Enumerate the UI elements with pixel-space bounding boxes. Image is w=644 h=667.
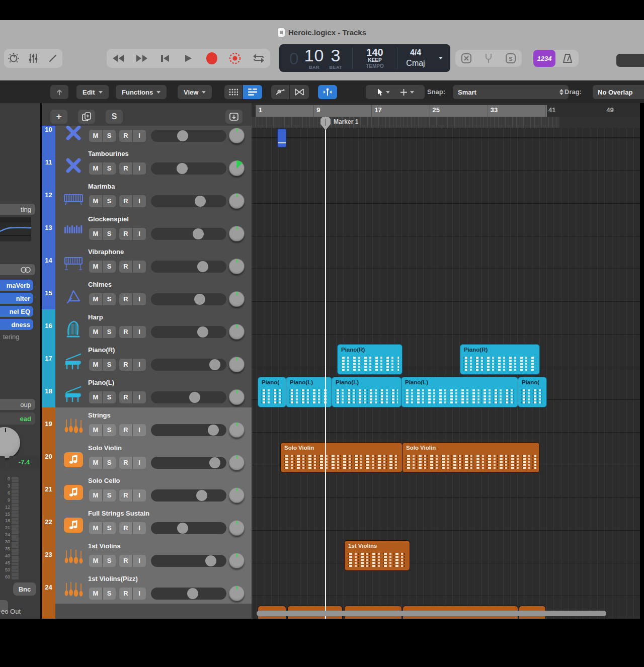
track-row-19[interactable]: 19StringsMSRI (42, 407, 252, 441)
input-monitor-button[interactable]: I (132, 195, 146, 207)
volume-slider-thumb[interactable] (177, 523, 188, 534)
volume-slider[interactable] (151, 162, 226, 175)
arrange-area[interactable]: 191725334149 Marker 1 Piano(R)Piano(R)Pi… (252, 103, 640, 619)
pan-knob[interactable] (229, 160, 245, 176)
plugin-slot-channel-eq[interactable]: nel EQ (0, 306, 33, 317)
track-row-22[interactable]: 22Full Strings SustainMSRI (42, 506, 252, 539)
volume-slider[interactable] (151, 555, 226, 567)
volume-slider-thumb[interactable] (194, 294, 205, 305)
mute-button[interactable]: M (89, 391, 102, 403)
record-button[interactable] (202, 50, 222, 67)
input-monitor-button[interactable]: I (132, 522, 146, 534)
record-enable-button[interactable]: R (119, 588, 132, 600)
volume-slider[interactable] (151, 424, 226, 436)
tuner-icon[interactable] (478, 50, 499, 67)
volume-slider-thumb[interactable] (196, 490, 207, 501)
mute-button[interactable]: M (89, 522, 102, 534)
hide-inspector-button[interactable] (50, 85, 68, 99)
pan-knob[interactable] (229, 422, 245, 438)
track-row-17[interactable]: 17Piano(R)MSRI (42, 342, 252, 375)
bounce-button[interactable]: Bnc (13, 582, 36, 596)
library-knob-icon[interactable] (4, 50, 24, 67)
list-view-button[interactable] (243, 85, 262, 99)
volume-slider-thumb[interactable] (197, 326, 208, 338)
track-row-21[interactable]: 21Solo CelloMSRI (42, 473, 252, 506)
track-name[interactable]: Chimes (88, 281, 112, 288)
pan-knob[interactable] (229, 389, 245, 405)
input-monitor-button[interactable]: I (132, 424, 146, 436)
input-monitor-button[interactable]: I (132, 261, 146, 273)
add-track-button[interactable]: + (50, 110, 67, 124)
solo-button[interactable]: S (102, 326, 116, 338)
metronome-icon[interactable] (557, 50, 578, 67)
master-display-cut[interactable] (616, 54, 644, 67)
region-solo-violin[interactable]: Solo Violin (402, 442, 540, 473)
input-monitor-button[interactable]: I (132, 293, 146, 305)
region-piano-r-[interactable]: Piano(R) (460, 344, 540, 375)
input-monitor-button[interactable]: I (132, 588, 146, 600)
plugin-slot-chromaverb[interactable]: maVerb (0, 280, 33, 291)
region-piano-[interactable]: Piano( (518, 377, 547, 407)
pan-knob[interactable] (229, 259, 245, 274)
region-piano-[interactable]: Piano( (258, 377, 286, 407)
pan-knob[interactable] (229, 357, 245, 372)
track-name[interactable]: 1st Violins(Pizz) (88, 575, 138, 582)
setting-button[interactable]: ting (0, 204, 35, 215)
record-enable-button[interactable]: R (119, 489, 132, 502)
marker-lane[interactable]: Marker 1 (252, 117, 640, 128)
track-name[interactable]: Marimba (88, 183, 115, 190)
track-row-23[interactable]: 231st ViolinsMSRI (42, 538, 252, 571)
record-enable-button[interactable]: R (119, 359, 132, 371)
volume-slider-thumb[interactable] (208, 425, 219, 436)
track-zoom-button[interactable] (225, 110, 243, 124)
region-piano-l-[interactable]: Piano(L) (401, 377, 518, 407)
track-name[interactable]: Solo Violin (88, 444, 122, 452)
mute-button[interactable]: M (89, 326, 102, 338)
volume-slider[interactable] (151, 489, 226, 502)
automation-mode-button[interactable]: ead (0, 412, 35, 425)
input-monitor-button[interactable]: I (132, 326, 146, 338)
pan-knob[interactable] (229, 487, 245, 503)
mixer-icon[interactable] (24, 50, 43, 67)
volume-slider[interactable] (151, 391, 226, 403)
pan-knob[interactable] (229, 455, 245, 470)
input-monitor-button[interactable]: I (132, 228, 146, 240)
volume-slider-thumb[interactable] (205, 555, 216, 566)
solo-button[interactable]: S (102, 130, 116, 142)
region[interactable] (277, 129, 286, 147)
input-monitor-button[interactable]: I (132, 457, 146, 469)
volume-slider[interactable] (151, 326, 226, 338)
lcd-chevron-icon[interactable] (434, 44, 448, 72)
volume-slider[interactable] (151, 130, 226, 142)
solo-button[interactable]: S (102, 261, 116, 273)
track-name[interactable]: Piano(R) (88, 346, 115, 354)
solo-button[interactable]: S (102, 588, 116, 600)
solo-button[interactable]: S (102, 228, 116, 240)
eq-thumbnail[interactable] (0, 217, 31, 241)
track-name[interactable]: Glockenspiel (88, 215, 129, 223)
record-enable-button[interactable]: R (119, 261, 132, 273)
volume-slider[interactable] (151, 457, 226, 469)
record-enable-button[interactable]: R (119, 424, 132, 436)
track-row-20[interactable]: 20Solo ViolinMSRI (42, 440, 252, 473)
play-button[interactable] (178, 50, 198, 67)
track-row-25-partial[interactable] (42, 604, 252, 619)
solo-button[interactable]: S (102, 457, 116, 469)
mute-button[interactable]: M (89, 424, 102, 436)
mute-button[interactable]: M (89, 457, 102, 469)
solo-button[interactable]: S (102, 293, 116, 305)
volume-slider-thumb[interactable] (189, 392, 200, 403)
menu-edit[interactable]: Edit (76, 85, 109, 99)
rewind-button[interactable] (108, 50, 128, 67)
record-enable-button[interactable]: R (119, 522, 132, 534)
bar-ruler[interactable]: 191725334149 (252, 103, 640, 117)
menu-functions[interactable]: Functions (116, 85, 167, 99)
volume-slider-thumb[interactable] (209, 457, 220, 468)
track-row-13[interactable]: 13GlockenspielMSRI (42, 211, 252, 244)
count-in-button[interactable]: 1234 (533, 50, 555, 67)
solo-button[interactable]: S (102, 522, 116, 534)
solo-button[interactable]: S (102, 162, 116, 175)
pan-knob[interactable] (229, 324, 245, 340)
volume-slider-thumb[interactable] (177, 163, 188, 174)
volume-slider[interactable] (151, 522, 226, 534)
